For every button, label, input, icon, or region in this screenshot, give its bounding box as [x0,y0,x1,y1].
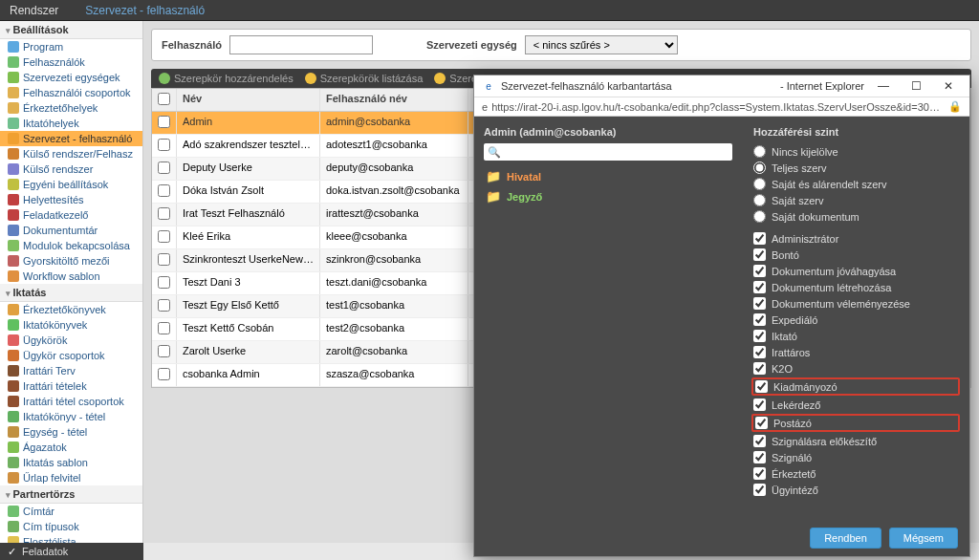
role-option[interactable]: Kiadmányozó [751,377,960,396]
sidebar-item[interactable]: Elosztólista [0,534,142,543]
row-checkbox[interactable] [158,368,170,380]
tree-item[interactable]: 📁Jegyző [484,186,732,206]
sidebar-item[interactable]: Dokumentumtár [0,223,142,238]
row-checkbox[interactable] [158,139,170,151]
sidebar-item[interactable]: Ügykör csoportok [0,348,142,363]
col-name[interactable]: Név [177,89,320,111]
minimize-icon[interactable]: — [870,79,897,93]
role-checkbox[interactable] [753,265,766,277]
role-option[interactable]: Expediáló [753,312,958,328]
sidebar-item[interactable]: Űrlap felvitel [0,470,142,485]
access-radio[interactable] [753,178,766,190]
access-option[interactable]: Saját dokumentum [753,208,958,225]
close-icon[interactable]: ✕ [935,79,962,93]
select-all-checkbox[interactable] [158,93,170,105]
sidebar-item[interactable]: Külső rendszer/Felhasz [0,146,142,162]
role-option[interactable]: Lekérdező [753,397,958,413]
row-checkbox[interactable] [158,207,170,220]
role-checkbox[interactable] [753,281,766,293]
role-checkbox[interactable] [753,362,766,375]
role-option[interactable]: Dokumentum létrehozása [753,279,958,295]
sidebar-item[interactable]: Iktatókönyv - tétel [0,409,142,424]
role-option[interactable]: Ügyintéző [753,482,958,498]
row-checkbox[interactable] [158,116,170,128]
role-checkbox[interactable] [753,346,766,358]
role-option[interactable]: Dokumentum véleményezése [753,295,958,312]
role-option[interactable]: Adminisztrátor [753,230,958,247]
sidebar-item[interactable]: Ügykörök [0,333,142,348]
access-radio[interactable] [753,194,766,206]
sidebar-section[interactable]: Partnertörzs [0,485,142,504]
tree-search-input[interactable] [484,143,732,161]
sidebar-item[interactable]: Címtár [0,504,142,519]
sidebar-item[interactable]: Irattári Terv [0,363,142,378]
access-radio[interactable] [753,162,766,174]
role-option[interactable]: Iktató [753,328,958,344]
sidebar-item[interactable]: Érkeztetőhelyek [0,100,142,116]
sidebar-item[interactable]: Workflow sablon [0,269,142,284]
row-checkbox[interactable] [158,162,170,174]
sidebar-item[interactable]: Ágazatok [0,440,142,455]
sidebar-item[interactable]: Helyettesítés [0,192,142,207]
col-user[interactable]: Felhasználó név [320,89,468,111]
sidebar-item[interactable]: Szervezeti egységek [0,70,142,85]
role-option[interactable]: Szignálásra előkészítő [753,433,958,449]
role-option[interactable]: Érkeztető [753,465,958,482]
role-checkbox[interactable] [755,380,768,393]
access-option[interactable]: Saját szerv [753,192,958,208]
row-checkbox[interactable] [158,322,170,334]
sidebar-item[interactable]: Gyorskitöltő mezői [0,253,142,269]
role-checkbox[interactable] [753,330,766,342]
role-checkbox[interactable] [753,313,766,326]
role-option[interactable]: Irattáros [753,344,958,360]
sidebar-item[interactable]: Feladatkezelő [0,207,142,223]
role-checkbox[interactable] [753,435,766,447]
ok-button[interactable]: Rendben [810,528,881,549]
sidebar-item[interactable]: Cím típusok [0,519,142,534]
access-option[interactable]: Teljes szerv [753,160,958,176]
role-checkbox[interactable] [753,451,766,463]
role-checkbox[interactable] [753,398,766,411]
sidebar-item[interactable]: Egyéni beállítások [0,177,142,192]
sidebar-item[interactable]: Iktatókönyvek [0,317,142,333]
role-checkbox[interactable] [753,248,766,261]
cancel-button[interactable]: Mégsem [889,528,958,549]
role-checkbox[interactable] [753,484,766,496]
access-option[interactable]: Nincs kijelölve [753,143,958,160]
role-checkbox[interactable] [755,417,768,429]
sidebar-item[interactable]: Érkeztetőkönyvek [0,302,142,317]
filter-unit-select[interactable]: < nincs szűrés > [525,35,678,54]
sidebar-item[interactable]: Program [0,39,142,54]
tree-item[interactable]: 📁Hivatal [484,166,732,186]
sidebar-item[interactable]: Felhasználók [0,54,142,70]
maximize-icon[interactable]: ☐ [903,79,929,93]
bottombar[interactable]: Feladatok [0,543,143,560]
access-option[interactable]: Saját és alárendelt szerv [753,176,958,192]
sidebar-section[interactable]: Beállítások [0,21,142,39]
sidebar-item[interactable]: Külső rendszer [0,162,142,177]
toolbar-assign-role[interactable]: Szerepkör hozzárendelés [159,73,294,84]
sidebar-item[interactable]: Egység - tétel [0,424,142,440]
sidebar-item[interactable]: Irattári tétel csoportok [0,394,142,409]
sidebar-item[interactable]: Iktatás sablon [0,455,142,470]
access-radio[interactable] [753,145,766,158]
sidebar-item[interactable]: Iktatóhelyek [0,116,142,131]
toolbar-list-roles[interactable]: Szerepkörök listázása [305,73,424,84]
sidebar-item[interactable]: Felhasználói csoportok [0,85,142,100]
row-checkbox[interactable] [158,299,170,312]
sidebar-item[interactable]: Szervezet - felhasználó [0,131,142,146]
role-option[interactable]: K2O [753,360,958,377]
access-radio[interactable] [753,210,766,223]
role-option[interactable]: Bontó [753,247,958,263]
row-checkbox[interactable] [158,276,170,289]
sidebar-item[interactable]: Modulok bekapcsolása [0,238,142,253]
sidebar-section[interactable]: Iktatás [0,284,142,302]
row-checkbox[interactable] [158,253,170,266]
row-checkbox[interactable] [158,230,170,243]
role-option[interactable]: Postázó [751,414,960,432]
role-checkbox[interactable] [753,297,766,310]
role-option[interactable]: Szignáló [753,449,958,465]
role-option[interactable]: Dokumentum jóváhagyása [753,263,958,279]
filter-user-input[interactable] [229,35,373,54]
sidebar-item[interactable]: Irattári tételek [0,378,142,394]
